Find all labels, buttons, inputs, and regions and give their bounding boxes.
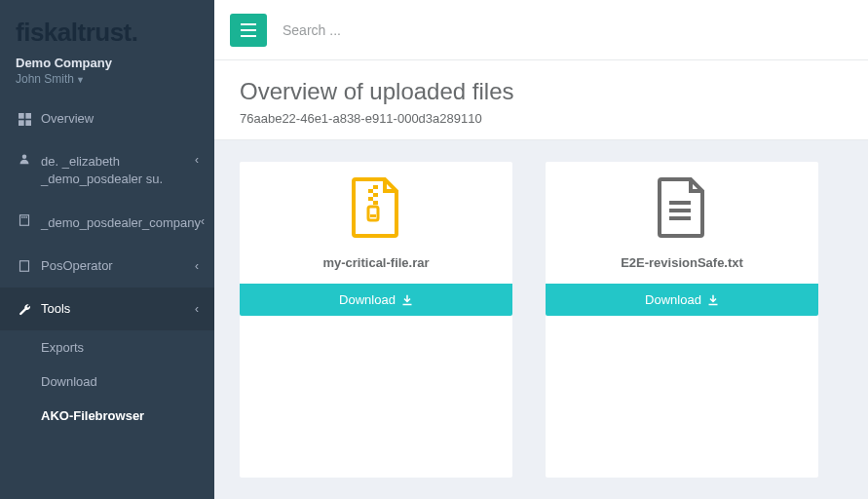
svg-rect-8 — [26, 216, 28, 218]
nav-company-1[interactable]: de. _elizabeth _demo_posdealer su. ‹ — [0, 140, 214, 201]
company-block: Demo Company John Smith▼ — [0, 56, 214, 97]
nav-download[interactable]: Download — [0, 365, 214, 399]
nav-exports[interactable]: Exports — [0, 330, 214, 365]
svg-rect-17 — [373, 201, 378, 205]
svg-rect-15 — [373, 193, 378, 197]
brand-logo: fiskaltrust. — [16, 18, 199, 48]
nav-company-2-label: _demo_posdealer_company — [41, 214, 201, 232]
download-label: Download — [645, 292, 701, 307]
svg-rect-11 — [241, 29, 256, 31]
svg-rect-2 — [19, 120, 24, 126]
nav-tools-sub: Exports Download AKO-Filebrowser — [0, 330, 214, 433]
nav-overview-label: Overview — [41, 110, 199, 128]
svg-rect-10 — [241, 23, 256, 25]
svg-point-4 — [22, 155, 27, 160]
svg-rect-6 — [21, 216, 23, 218]
file-name: E2E-revisionSafe.txt — [621, 255, 743, 270]
logo-area: fiskaltrust. — [0, 0, 214, 56]
svg-rect-18 — [368, 207, 378, 220]
svg-rect-20 — [669, 201, 691, 205]
hamburger-icon — [241, 23, 256, 37]
svg-rect-21 — [669, 209, 691, 212]
file-grid: my-critical-file.rar Download E2E-revisi… — [214, 140, 868, 499]
company-name: Demo Company — [16, 56, 199, 70]
user-icon — [16, 153, 33, 165]
user-dropdown[interactable]: John Smith▼ — [16, 72, 199, 86]
svg-rect-14 — [368, 189, 373, 193]
nav-tools-label: Tools — [41, 300, 195, 318]
chevron-left-icon: ‹ — [195, 259, 199, 273]
file-card: E2E-revisionSafe.txt Download — [546, 162, 818, 478]
page-subtitle: 76aabe22-46e1-a838-e911-000d3a289110 — [240, 111, 843, 126]
svg-rect-16 — [368, 197, 373, 201]
download-button[interactable]: Download — [546, 284, 818, 316]
file-card: my-critical-file.rar Download — [240, 162, 512, 478]
nav-ako[interactable]: AKO-Filebrowser — [0, 399, 214, 433]
svg-rect-3 — [25, 120, 31, 126]
nav-company-1-label: de. _elizabeth _demo_posdealer su. — [41, 153, 195, 188]
caret-down-icon: ▼ — [76, 75, 85, 85]
nav-overview[interactable]: Overview — [0, 97, 214, 140]
nav-tools[interactable]: Tools ‹ — [0, 288, 214, 330]
doc-icon — [16, 260, 33, 272]
grid-icon — [16, 113, 33, 126]
text-file-icon — [656, 162, 708, 255]
nav-posoperator[interactable]: PosOperator ‹ — [0, 245, 214, 288]
main: Overview of uploaded files 76aabe22-46e1… — [214, 0, 868, 499]
page-header: Overview of uploaded files 76aabe22-46e1… — [214, 60, 868, 140]
download-button[interactable]: Download — [240, 284, 512, 316]
nav-list: Overview de. _elizabeth _demo_posdealer … — [0, 97, 214, 330]
svg-rect-22 — [669, 216, 691, 220]
page-title: Overview of uploaded files — [240, 78, 843, 105]
svg-rect-13 — [373, 185, 378, 189]
menu-toggle-button[interactable] — [230, 14, 267, 47]
svg-rect-7 — [23, 216, 25, 218]
user-label: John Smith — [16, 72, 74, 86]
download-icon — [401, 294, 413, 306]
svg-rect-19 — [370, 214, 376, 217]
download-label: Download — [339, 292, 396, 307]
sidebar: fiskaltrust. Demo Company John Smith▼ Ov… — [0, 0, 214, 499]
building-icon — [16, 214, 33, 226]
wrench-icon — [16, 303, 33, 316]
download-icon — [707, 294, 719, 306]
svg-rect-9 — [20, 261, 29, 272]
svg-rect-12 — [241, 35, 256, 37]
file-name: my-critical-file.rar — [322, 255, 429, 270]
chevron-left-icon: ‹ — [195, 302, 199, 316]
archive-file-icon — [350, 162, 402, 255]
nav-posoperator-label: PosOperator — [41, 257, 195, 275]
topbar — [214, 0, 868, 60]
svg-rect-0 — [19, 113, 24, 119]
chevron-left-icon: ‹ — [201, 214, 205, 228]
chevron-left-icon: ‹ — [195, 153, 199, 167]
nav-company-2[interactable]: _demo_posdealer_company ‹ — [0, 202, 214, 245]
search-input[interactable] — [283, 22, 852, 38]
svg-rect-1 — [25, 113, 31, 119]
